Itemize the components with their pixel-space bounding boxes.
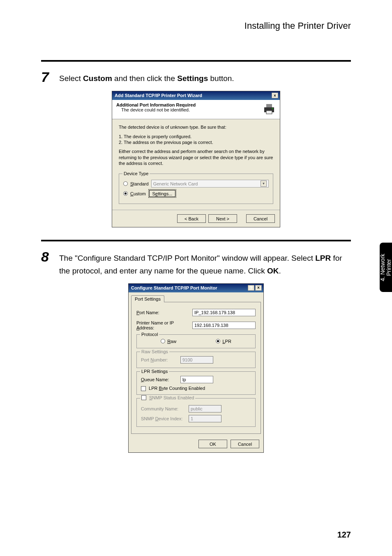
t: button.	[208, 74, 234, 83]
chapter-side-tab: 4. Network Printer	[380, 243, 392, 292]
close-icon[interactable]: ×	[272, 93, 278, 98]
radio-lpr[interactable]	[216, 339, 220, 343]
close-icon[interactable]: ×	[255, 285, 262, 291]
t: OK	[267, 266, 279, 275]
snmp-checkbox[interactable]	[141, 395, 146, 400]
community-input: public	[189, 405, 221, 412]
lpr-byte-row: LPR Byte Counting Enabled	[141, 386, 251, 391]
tab-bar: Port Settings	[129, 292, 263, 302]
configure-titlebar: Configure Standard TCP/IP Port Monitor ?…	[129, 284, 263, 292]
svg-rect-1	[266, 104, 272, 107]
sidetab-line2: Printer	[386, 254, 392, 281]
lpr-byte-checkbox[interactable]	[141, 386, 146, 391]
cancel-button[interactable]: Cancel	[231, 440, 259, 448]
port-name-input[interactable]: IP_192.168.179.138	[192, 309, 256, 316]
device-type-legend: Device Type	[122, 171, 150, 176]
lpr-settings-group: LPR Settings Queue Name: lp LPR Byte Cou…	[136, 371, 256, 395]
step-7-text: Select Custom and then click the Setting…	[59, 70, 351, 85]
step-7-number: 7	[41, 70, 59, 84]
back-button[interactable]: < Back	[177, 214, 206, 223]
queue-name-label: Queue Name:	[141, 377, 178, 382]
ok-button[interactable]: OK	[198, 440, 227, 448]
standard-dropdown-value: Generic Network Card	[153, 181, 198, 186]
radio-raw[interactable]	[161, 339, 165, 343]
wizard-title: Add Standard TCP/IP Printer Port Wizard	[115, 93, 202, 98]
queue-name-input[interactable]: lp	[180, 376, 213, 383]
lpr-byte-label: LPR Byte Counting Enabled	[149, 386, 205, 391]
snmp-legend: SNMP Status Enabled	[149, 395, 194, 400]
t: LPR	[315, 254, 331, 262]
printer-address-input[interactable]: 192.168.179.138	[192, 322, 256, 329]
help-icon[interactable]: ?	[248, 285, 254, 291]
radio-lpr-label: LPR	[222, 339, 231, 344]
tab-port-settings[interactable]: Port Settings	[131, 295, 164, 302]
next-button[interactable]: Next >	[208, 214, 237, 223]
wizard-dialog: Add Standard TCP/IP Printer Port Wizard …	[112, 91, 280, 227]
configure-title: Configure Standard TCP/IP Port Monitor	[131, 285, 217, 290]
standard-dropdown[interactable]: Generic Network Card ▼	[151, 180, 269, 188]
t: .	[279, 266, 281, 275]
page-number: 127	[337, 530, 351, 540]
svg-rect-2	[266, 111, 272, 114]
t: Settings	[177, 74, 208, 83]
divider	[41, 60, 351, 62]
lpr-settings-legend: LPR Settings	[140, 369, 169, 374]
t: Custom	[83, 74, 112, 83]
community-label: Community Name:	[141, 406, 186, 411]
chevron-down-icon: ▼	[261, 181, 267, 187]
protocol-legend: Protocol	[140, 332, 159, 337]
snmp-index-input: 1	[189, 415, 221, 422]
protocol-group: Protocol Raw LPR	[136, 334, 256, 348]
wizard-body-l3: 2. The address on the previous page is c…	[119, 139, 273, 145]
wizard-body-l1: The detected device is of unknown type. …	[119, 124, 273, 130]
wizard-body-l4: Either correct the address and perform a…	[119, 148, 273, 166]
radio-custom-label: Custom	[130, 191, 146, 196]
step-8-text: The "Configure Standard TCP/IP Port Moni…	[59, 250, 351, 277]
sidetab-line1: 4. Network	[380, 254, 386, 281]
wizard-subtitle: Additional Port Information Required	[116, 102, 196, 107]
wizard-titlebar: Add Standard TCP/IP Printer Port Wizard …	[112, 91, 280, 100]
port-number-input: 9100	[180, 356, 213, 364]
wizard-subdesc: The device could not be identified.	[116, 107, 196, 112]
step-7: 7 Select Custom and then click the Setti…	[41, 70, 351, 85]
device-type-group: Device Type Standard Generic Network Car…	[119, 174, 273, 204]
raw-settings-legend: Raw Settings	[140, 349, 169, 354]
radio-custom[interactable]	[123, 191, 128, 196]
raw-settings-group: Raw Settings Port Number: 9100	[136, 352, 256, 368]
printer-icon	[263, 102, 276, 116]
configure-dialog: Configure Standard TCP/IP Port Monitor ?…	[128, 283, 264, 453]
port-number-label: Port Number:	[141, 357, 178, 362]
page-header: Installing the Printer Driver	[41, 21, 351, 31]
t: The "Configure Standard TCP/IP Port Moni…	[59, 254, 315, 262]
cancel-button[interactable]: Cancel	[246, 214, 275, 223]
t: Select	[59, 74, 83, 83]
printer-address-label: Printer Name or IP Address:	[136, 320, 190, 330]
t: and then click the	[112, 74, 177, 83]
radio-standard-label: Standard	[130, 181, 149, 186]
settings-button[interactable]: Settings...	[148, 189, 176, 198]
wizard-subheader: Additional Port Information Required The…	[112, 100, 280, 119]
svg-point-3	[272, 108, 273, 109]
snmp-group: SNMP Status Enabled Community Name: publ…	[136, 398, 256, 427]
step-8: 8 The "Configure Standard TCP/IP Port Mo…	[41, 250, 351, 277]
snmp-index-label: SNMP Device Index:	[141, 416, 186, 421]
wizard-body-l2: 1. The device is properly configured.	[119, 134, 273, 139]
port-name-label: Port Name:	[136, 310, 190, 315]
step-8-number: 8	[41, 250, 59, 264]
radio-raw-label: Raw	[167, 339, 176, 344]
radio-standard[interactable]	[123, 181, 128, 186]
divider	[41, 240, 351, 241]
